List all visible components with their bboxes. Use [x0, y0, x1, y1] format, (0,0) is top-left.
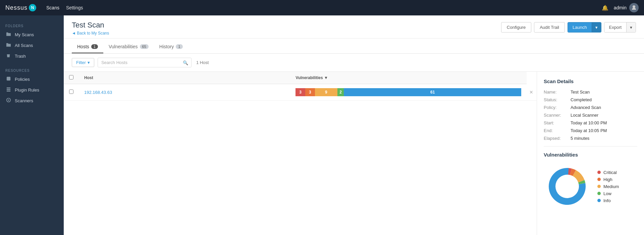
detail-value: Completed	[571, 97, 592, 102]
launch-button[interactable]: Launch	[568, 22, 592, 32]
row-delete-icon[interactable]: ✕	[527, 90, 536, 95]
legend-item: Medium	[597, 184, 619, 189]
detail-row: Scanner:Local Scanner	[544, 113, 637, 118]
sidebar-item-trash[interactable]: Trash	[0, 51, 64, 61]
legend-label: Low	[603, 191, 611, 196]
vuln-segment: 2	[337, 88, 344, 96]
legend-label: High	[603, 177, 612, 182]
legend-dot	[597, 199, 601, 202]
sidebar-item-plugin-rules[interactable]: Plugin Rules	[0, 84, 64, 95]
panel-divider	[544, 146, 637, 146]
scan-details-fields: Name:Test ScanStatus:CompletedPolicy:Adv…	[544, 90, 637, 141]
legend-item: High	[597, 177, 619, 182]
vuln-bar: 339261	[296, 88, 521, 96]
host-cell: 192.168.43.63	[79, 84, 290, 101]
donut-chart	[544, 163, 591, 210]
svg-point-7	[8, 100, 9, 101]
detail-row: End:Today at 10:05 PM	[544, 128, 637, 133]
topnav-links: Scans Settings	[46, 5, 83, 10]
detail-label: Start:	[544, 120, 571, 125]
notifications-bell-icon[interactable]: 🔔	[602, 5, 608, 11]
scan-details-title: Scan Details	[544, 78, 637, 84]
tab-hosts-label: Hosts	[77, 44, 89, 49]
vulnerabilities-col-header: Vulnerabilities ▼	[290, 72, 527, 84]
avatar	[629, 3, 639, 12]
logo: Nessus N	[5, 4, 36, 11]
resources-label: RESOURCES	[0, 65, 64, 74]
select-all-col	[64, 72, 79, 84]
host-count-label: 1 Host	[196, 60, 209, 65]
sidebar-item-all-scans[interactable]: All Scans	[0, 40, 64, 51]
scanners-icon	[5, 98, 11, 104]
plugin-rules-icon	[5, 87, 11, 93]
tab-history[interactable]: History 1	[154, 40, 188, 53]
tab-vulnerabilities-badge: 65	[140, 44, 149, 49]
detail-row: Start:Today at 10:00 PM	[544, 120, 637, 125]
table-area: Host Vulnerabilities ▼ 192.168.43.63	[64, 72, 537, 235]
topnav: Nessus N Scans Settings 🔔 admin	[0, 0, 644, 15]
svg-rect-4	[6, 89, 10, 90]
tab-hosts[interactable]: Hosts 1	[72, 40, 103, 53]
detail-value: Today at 10:00 PM	[571, 120, 607, 125]
tab-hosts-badge: 1	[91, 44, 98, 49]
search-input[interactable]	[98, 58, 192, 67]
table-body: 192.168.43.63 339261 ✕	[64, 84, 537, 101]
detail-label: Name:	[544, 90, 571, 95]
vuln-segment: 3	[296, 88, 305, 96]
sidebar-item-policies[interactable]: Policies	[0, 74, 64, 84]
legend-label: Medium	[603, 184, 619, 189]
launch-dropdown-arrow[interactable]: ▼	[592, 22, 601, 32]
export-button[interactable]: Export	[604, 22, 627, 32]
detail-value: Today at 10:05 PM	[571, 128, 607, 133]
nav-scans[interactable]: Scans	[46, 5, 59, 10]
vuln-segment: 9	[315, 88, 337, 96]
folder-icon	[5, 42, 11, 48]
chart-container: CriticalHighMediumLowInfo	[544, 163, 637, 210]
svg-rect-3	[6, 87, 10, 89]
legend-label: Critical	[603, 170, 617, 175]
row-checkbox[interactable]	[69, 90, 73, 94]
filter-label: Filter	[76, 60, 86, 65]
page-header-left: Test Scan ◄ Back to My Scans	[72, 21, 109, 36]
filter-button[interactable]: Filter ▾	[72, 58, 94, 67]
folder-icon	[5, 32, 11, 38]
export-dropdown-arrow[interactable]: ▼	[626, 22, 636, 32]
configure-button[interactable]: Configure	[501, 22, 531, 33]
audit-trail-button[interactable]: Audit Trail	[534, 22, 565, 33]
donut-legend: CriticalHighMediumLowInfo	[597, 170, 619, 203]
page-header-actions: Configure Audit Trail Launch ▼ Export ▼	[501, 22, 636, 33]
page-title: Test Scan	[72, 21, 109, 30]
logo-badge: N	[29, 4, 36, 11]
detail-label: End:	[544, 128, 571, 133]
host-ip-link[interactable]: 192.168.43.63	[84, 90, 112, 95]
user-menu[interactable]: admin	[614, 3, 639, 12]
select-all-checkbox[interactable]	[69, 75, 73, 79]
main-content: Test Scan ◄ Back to My Scans Configure A…	[64, 15, 644, 235]
vuln-bar-cell: 339261	[290, 84, 527, 101]
hosts-toolbar: Filter ▾ 🔍 1 Host	[64, 54, 644, 72]
tab-vulnerabilities[interactable]: Vulnerabilities 65	[103, 40, 154, 53]
folders-label: FOLDERS	[0, 21, 64, 29]
legend-dot	[597, 171, 601, 174]
page-header: Test Scan ◄ Back to My Scans Configure A…	[64, 15, 644, 39]
tab-vulnerabilities-label: Vulnerabilities	[109, 44, 138, 49]
detail-value: Advanced Scan	[571, 105, 601, 110]
detail-row: Policy:Advanced Scan	[544, 105, 637, 110]
detail-label: Policy:	[544, 105, 571, 110]
row-checkbox-cell	[64, 84, 79, 101]
logo-text: Nessus	[5, 4, 28, 11]
vuln-segment: 3	[305, 88, 315, 96]
back-link[interactable]: ◄ Back to My Scans	[72, 31, 109, 36]
sidebar-item-label: My Scans	[15, 32, 34, 37]
sidebar-item-scanners[interactable]: Scanners	[0, 95, 64, 106]
nav-settings[interactable]: Settings	[66, 5, 83, 10]
sidebar-item-my-scans[interactable]: My Scans	[0, 29, 64, 40]
detail-row: Status:Completed	[544, 97, 637, 102]
tab-history-badge: 1	[176, 44, 182, 49]
username-label: admin	[614, 5, 627, 10]
legend-item: Low	[597, 191, 619, 196]
table-row: 192.168.43.63 339261 ✕	[64, 84, 537, 101]
legend-dot	[597, 185, 601, 188]
content-area: Host Vulnerabilities ▼ 192.168.43.63	[64, 72, 644, 235]
svg-point-0	[633, 5, 635, 8]
